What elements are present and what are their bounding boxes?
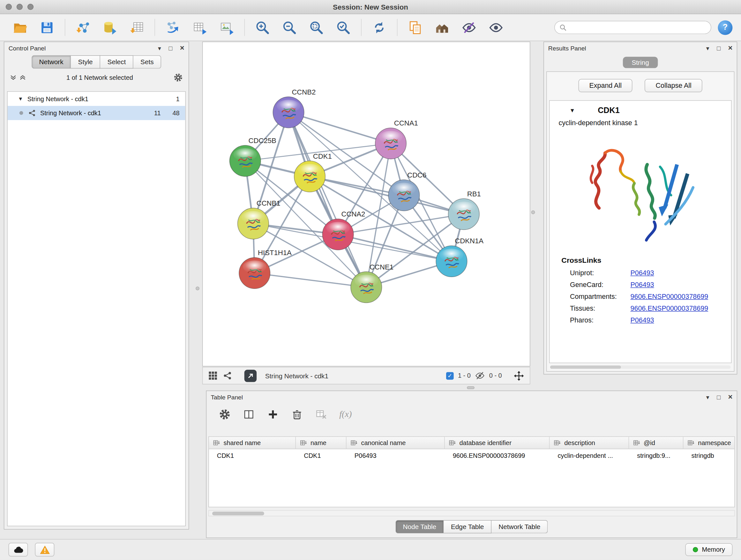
zoom-selected-button[interactable] [333,17,354,38]
open-session-button[interactable] [10,17,30,38]
panel-menu-button[interactable]: ▾ [158,45,161,51]
panel-menu-button[interactable]: ▾ [706,394,710,400]
network-node-ccna1[interactable] [375,128,406,159]
table-cell[interactable]: stringdb [683,449,735,462]
network-node-ccnb2[interactable] [273,97,304,128]
tab-network[interactable]: Network [31,55,71,68]
crosslink-link[interactable]: P06493 [630,281,654,289]
tab-edge-table[interactable]: Edge Table [444,520,491,533]
pan-mode-button[interactable] [514,370,524,381]
network-node-hist1h1a[interactable] [239,258,270,289]
crosslink-link[interactable]: P06493 [630,316,654,324]
window-zoom-button[interactable] [27,4,33,10]
splitter-handle[interactable] [531,210,535,214]
network-node-ccna2[interactable] [322,219,353,250]
network-collection-row[interactable]: ▼ String Network - cdk1 1 [8,91,185,106]
table-cell[interactable]: P06493 [346,449,445,462]
network-row[interactable]: String Network - cdk1 11 48 [8,106,185,120]
table-horizontal-scrollbar[interactable] [208,510,735,516]
create-column-button[interactable] [267,408,279,420]
column-header-shared-name[interactable]: shared name [209,437,296,449]
network-node-cdkn1a[interactable] [436,246,467,277]
network-edge[interactable] [288,112,391,143]
documents-button[interactable] [405,17,425,38]
table-scrollbar-thumb[interactable] [212,511,264,515]
search-input[interactable] [569,24,706,31]
import-network-from-database-button[interactable] [99,17,120,38]
export-network-button[interactable] [162,17,183,38]
collapse-all-button[interactable]: Collapse All [645,79,702,92]
panel-menu-button[interactable]: ▾ [706,45,710,51]
tab-style[interactable]: Style [71,55,100,68]
show-details-button[interactable] [485,17,506,38]
table-cell[interactable]: CDK1 [296,449,346,462]
import-network-from-file-button[interactable] [72,17,93,38]
crosslink-link[interactable]: P06493 [630,269,654,277]
table-cell[interactable]: cyclin-dependent ... [549,449,629,462]
panel-float-button[interactable]: □ [717,45,721,51]
collapse-all-icon[interactable] [10,74,17,81]
export-table-button[interactable] [189,17,210,38]
function-builder-button[interactable]: f(x) [339,409,352,420]
table-cell[interactable]: stringdb:9... [629,449,683,462]
network-node-rb1[interactable] [448,199,479,230]
help-button[interactable]: ? [718,20,732,35]
table-cell[interactable]: 9606.ENSP00000378699 [445,449,550,462]
panel-float-button[interactable]: □ [169,45,172,51]
export-image-button[interactable] [216,17,237,38]
tab-select[interactable]: Select [100,55,133,68]
hide-details-button[interactable] [458,17,479,38]
show-columns-button[interactable] [243,408,255,420]
crosslink-link[interactable]: 9606.ENSP00000378699 [630,305,709,312]
expand-all-icon[interactable] [19,74,26,81]
network-node-cdc25b[interactable] [229,145,260,176]
collapse-section-icon[interactable]: ▼ [569,107,575,114]
network-edge[interactable] [310,177,464,214]
splitter-handle[interactable] [196,287,199,290]
delete-table-button[interactable] [315,408,327,420]
warnings-button[interactable] [35,543,55,557]
results-scrollbar[interactable] [550,366,731,369]
results-scrollbar-thumb[interactable] [550,366,621,369]
network-node-cdc6[interactable] [388,180,419,211]
window-minimize-button[interactable] [17,4,23,10]
table-options-button[interactable] [219,408,231,420]
network-edge[interactable] [288,112,366,287]
network-edge[interactable] [255,273,366,287]
column-header-name[interactable]: name [296,437,346,449]
expand-all-button[interactable]: Expand All [578,79,632,92]
column-header-canonical-name[interactable]: canonical name [346,437,445,449]
save-session-button[interactable] [37,17,57,38]
zoom-out-button[interactable] [279,17,300,38]
panel-close-button[interactable]: × [180,44,185,52]
column-header-namespace[interactable]: namespace [683,437,735,449]
panel-float-button[interactable]: □ [717,394,721,400]
apply-layout-button[interactable] [368,17,389,38]
panel-close-button[interactable]: × [728,393,733,401]
tab-node-table[interactable]: Node Table [395,520,444,533]
network-options-gear-icon[interactable] [173,73,183,82]
column-header-database-identifier[interactable]: database identifier [445,437,550,449]
cloud-status-button[interactable] [9,543,28,557]
window-close-button[interactable] [6,4,12,10]
network-node-cdk1[interactable] [294,161,325,192]
birds-eye-view-button[interactable] [208,371,217,380]
network-overview-button[interactable] [223,371,232,380]
import-table-from-file-button[interactable] [126,17,147,38]
splitter-handle[interactable] [467,386,475,389]
crosslink-link[interactable]: 9606.ENSP00000378699 [630,293,709,300]
tree-expand-icon[interactable]: ▼ [18,96,23,102]
home-button[interactable] [431,17,452,38]
export-view-button[interactable] [245,369,257,382]
table-cell[interactable]: CDK1 [209,449,296,462]
zoom-fit-button[interactable] [306,17,327,38]
delete-column-button[interactable] [291,408,303,420]
zoom-in-button[interactable] [252,17,273,38]
tab-string[interactable]: String [623,57,658,68]
tab-network-table[interactable]: Network Table [491,520,548,533]
memory-button[interactable]: Memory [685,543,733,556]
network-node-ccne1[interactable] [351,272,382,303]
panel-close-button[interactable]: × [728,44,733,52]
network-canvas[interactable]: CCNB2CCNA1CDC25BCDK1CDC6RB1CCNB1CCNA2CDK… [202,42,530,366]
column-header-description[interactable]: description [549,437,629,449]
